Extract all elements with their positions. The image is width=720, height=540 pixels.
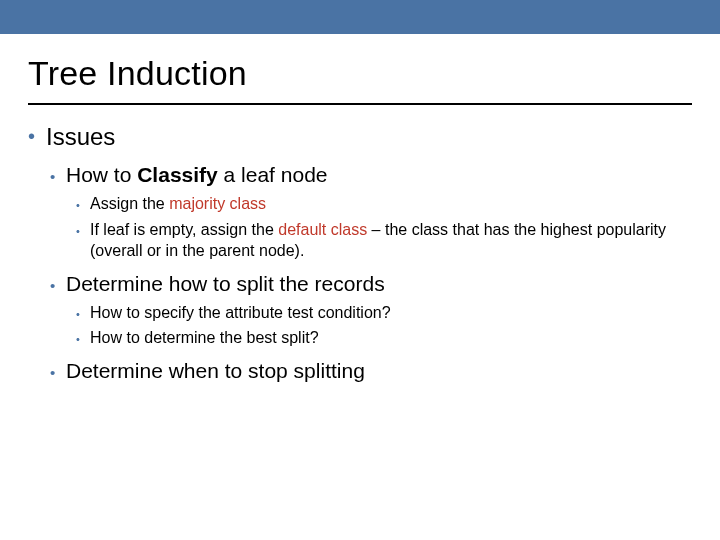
lvl3-item-specify: • How to specify the attribute test cond… xyxy=(76,302,692,324)
lvl2-item-stop: • Determine when to stop splitting xyxy=(50,359,692,383)
bullet-icon: • xyxy=(76,332,90,347)
bullet-list-level-1: •Issues • How to Classify a leaf node • xyxy=(28,123,692,383)
bullet-icon: • xyxy=(50,277,66,294)
slide-title: Tree Induction xyxy=(28,52,692,105)
bullet-list-level-2: • How to Classify a leaf node • Assign t… xyxy=(28,163,692,383)
bullet-icon: • xyxy=(50,168,66,185)
bullet-icon: • xyxy=(76,224,90,239)
lvl2-text: Determine how to split the records xyxy=(66,272,692,296)
lvl2-text: Determine when to stop splitting xyxy=(66,359,692,383)
text-bold-fragment: Classify xyxy=(137,163,218,186)
lvl2-text: How to Classify a leaf node xyxy=(66,163,692,187)
text-highlight-fragment: default class xyxy=(278,221,367,238)
text-highlight-fragment: majority class xyxy=(169,195,266,212)
bullet-icon: • xyxy=(76,307,90,322)
lvl3-text: How to specify the attribute test condit… xyxy=(90,302,692,324)
lvl3-text: If leaf is empty, assign the default cla… xyxy=(90,219,692,262)
lvl3-item-majority: • Assign the majority class xyxy=(76,193,692,215)
bullet-list-level-3: • How to specify the attribute test cond… xyxy=(50,302,692,349)
text-fragment: Assign the xyxy=(90,195,169,212)
text-fragment: If leaf is empty, assign the xyxy=(90,221,278,238)
text-fragment: How to xyxy=(66,163,137,186)
lvl3-item-bestsplit: • How to determine the best split? xyxy=(76,327,692,349)
lvl1-item-issues: •Issues • How to Classify a leaf node • xyxy=(28,123,692,383)
bullet-icon: • xyxy=(28,125,46,148)
lvl2-item-classify: • How to Classify a leaf node • Assign t… xyxy=(50,163,692,262)
lvl3-text: How to determine the best split? xyxy=(90,327,692,349)
text-fragment: a leaf node xyxy=(218,163,328,186)
lvl3-item-default: • If leaf is empty, assign the default c… xyxy=(76,219,692,262)
bullet-icon: • xyxy=(76,198,90,213)
lvl3-text: Assign the majority class xyxy=(90,193,692,215)
header-bar xyxy=(0,0,720,34)
bullet-icon: • xyxy=(50,364,66,381)
bullet-list-level-3: • Assign the majority class • If leaf is xyxy=(50,193,692,262)
lvl1-text: Issues xyxy=(46,123,115,150)
slide-content: Tree Induction •Issues • How to Classify… xyxy=(0,34,720,383)
lvl2-item-split: • Determine how to split the records • H… xyxy=(50,272,692,349)
